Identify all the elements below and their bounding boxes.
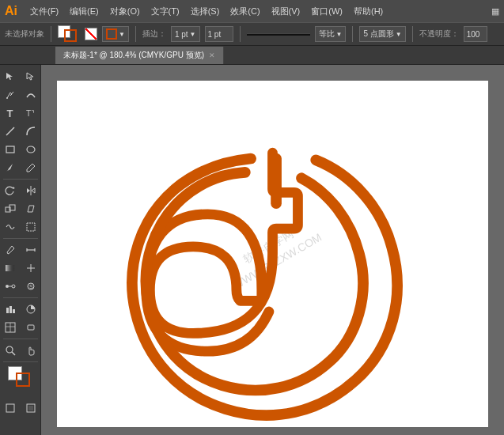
tool-separator-5 xyxy=(3,361,38,362)
main-area: T T⌝ xyxy=(0,65,504,435)
stroke-style-dropdown[interactable]: 等比 ▼ xyxy=(315,26,347,42)
curvature-tool[interactable] xyxy=(22,86,40,104)
stroke-swatch[interactable] xyxy=(64,29,77,42)
menu-edit[interactable]: 编辑(E) xyxy=(65,4,104,19)
svg-rect-19 xyxy=(6,308,9,313)
slice-tool[interactable] xyxy=(2,319,19,336)
stroke-width-input[interactable] xyxy=(205,26,233,42)
toolbar-separator-2 xyxy=(135,26,136,42)
paintbrush-tool[interactable] xyxy=(2,159,19,176)
menu-object[interactable]: 对象(O) xyxy=(105,4,145,19)
brush-dropdown[interactable]: 5 点圆形 ▼ xyxy=(359,26,405,42)
document-tab[interactable]: 未标题-1* @ 180.4% (CMYK/GPU 预览) ✕ xyxy=(55,47,224,64)
rotate-tool[interactable] xyxy=(2,182,19,199)
rect-tool[interactable] xyxy=(2,141,19,158)
toolbar: 未选择对象 ▼ 插边： 1 pt ▼ 等比 ▼ 5 点圆形 ▼ 不透明度： xyxy=(0,22,504,46)
toolbar-separator-3 xyxy=(240,26,241,42)
svg-rect-21 xyxy=(13,309,15,313)
tool-row-bottom xyxy=(2,399,40,417)
interpolate-label: 插边： xyxy=(142,28,166,40)
eyedropper-tool[interactable] xyxy=(2,241,19,259)
svg-line-1 xyxy=(6,127,14,135)
interpolate-dropdown[interactable]: 1 pt ▼ xyxy=(171,26,200,42)
svg-point-0 xyxy=(6,97,8,99)
svg-rect-20 xyxy=(9,306,12,313)
opacity-input[interactable] xyxy=(464,26,487,42)
tool-row-zoom xyxy=(2,342,40,359)
tool-row-gradient xyxy=(2,259,40,277)
zoom-tool[interactable] xyxy=(2,342,19,359)
tool-row-type: T T⌝ xyxy=(2,104,40,122)
selection-label: 未选择对象 xyxy=(5,28,44,40)
draw-mode-back[interactable] xyxy=(22,399,40,417)
reflect-tool[interactable] xyxy=(22,182,40,199)
menu-view[interactable]: 视图(V) xyxy=(267,4,305,19)
line-tool[interactable] xyxy=(2,123,19,140)
tool-row-warp xyxy=(2,218,40,236)
other-graph-tool[interactable] xyxy=(22,301,40,318)
graph-tool[interactable] xyxy=(2,301,19,318)
menu-select[interactable]: 选择(S) xyxy=(186,4,225,19)
app-logo: Ai xyxy=(5,4,17,18)
canvas-document: 软件自学网 WWW.RJZXW.COM xyxy=(57,81,488,427)
menu-window[interactable]: 窗口(W) xyxy=(306,4,347,19)
canvas-area[interactable]: 软件自学网 WWW.RJZXW.COM xyxy=(41,65,504,435)
title-bar: Ai 文件(F) 编辑(E) 对象(O) 文字(T) 选择(S) 效果(C) 视… xyxy=(0,0,504,22)
tools-panel: T T⌝ xyxy=(0,65,41,435)
toolbar-separator-4 xyxy=(352,26,353,42)
stroke-color-box[interactable] xyxy=(16,373,30,387)
menu-effect[interactable]: 效果(C) xyxy=(225,4,264,19)
menu-file[interactable]: 文件(F) xyxy=(25,4,63,19)
shear-tool[interactable] xyxy=(22,200,40,218)
tool-row-graph xyxy=(2,301,40,318)
none-fill-swatch[interactable] xyxy=(85,28,97,40)
svg-rect-26 xyxy=(28,325,34,330)
arc-tool[interactable] xyxy=(22,123,40,140)
menu-bar: 文件(F) 编辑(E) 对象(O) 文字(T) 选择(S) 效果(C) 视图(V… xyxy=(25,4,388,19)
stroke-options-dropdown[interactable]: ▼ xyxy=(102,26,129,42)
symbol-tool[interactable]: S xyxy=(22,278,40,295)
selection-tool[interactable] xyxy=(2,68,19,85)
svg-rect-11 xyxy=(6,265,15,271)
workspace-switcher[interactable]: ▦ xyxy=(491,6,499,17)
blend-tool[interactable] xyxy=(2,278,19,295)
tool-row-slice xyxy=(2,319,40,336)
stroke-fill-swatches[interactable] xyxy=(58,25,80,43)
canvas-svg xyxy=(57,81,488,427)
warp-tool[interactable] xyxy=(2,218,19,236)
svg-rect-31 xyxy=(28,406,33,410)
svg-rect-2 xyxy=(6,146,14,153)
tool-row-scale xyxy=(2,200,40,218)
opacity-label: 不透明度： xyxy=(419,28,459,40)
hand-tool[interactable] xyxy=(22,342,40,359)
area-type-tool[interactable]: T⌝ xyxy=(22,104,40,122)
mesh-tool[interactable] xyxy=(22,259,40,277)
gradient-tool[interactable] xyxy=(2,259,19,277)
scale-tool[interactable] xyxy=(2,200,19,218)
tool-row-rotate xyxy=(2,182,40,199)
tool-row-line xyxy=(2,123,40,140)
menu-text[interactable]: 文字(T) xyxy=(146,4,184,19)
eraser-tool[interactable] xyxy=(22,319,40,336)
direct-select-tool[interactable] xyxy=(22,68,40,85)
tool-separator-3 xyxy=(3,297,38,298)
tab-label: 未标题-1* @ 180.4% (CMYK/GPU 预览) xyxy=(63,50,204,61)
free-transform-tool[interactable] xyxy=(22,218,40,236)
measure-tool[interactable] xyxy=(22,241,40,259)
menu-help[interactable]: 帮助(H) xyxy=(349,4,388,19)
ellipse-tool[interactable] xyxy=(22,141,40,158)
tab-close-button[interactable]: ✕ xyxy=(209,51,215,59)
tool-row-brush xyxy=(2,159,40,176)
type-tool[interactable]: T xyxy=(2,104,19,122)
toolbar-separator-5 xyxy=(412,26,413,42)
pencil-tool[interactable] xyxy=(22,159,40,176)
tool-row-blend: S xyxy=(2,278,40,295)
svg-point-15 xyxy=(12,285,15,288)
draw-mode-normal[interactable] xyxy=(2,399,19,417)
tool-row-pen xyxy=(2,86,40,104)
svg-point-14 xyxy=(6,285,9,288)
pen-tool[interactable] xyxy=(2,86,19,104)
svg-point-27 xyxy=(6,346,13,353)
tool-separator-1 xyxy=(3,179,38,180)
svg-line-28 xyxy=(12,352,15,355)
